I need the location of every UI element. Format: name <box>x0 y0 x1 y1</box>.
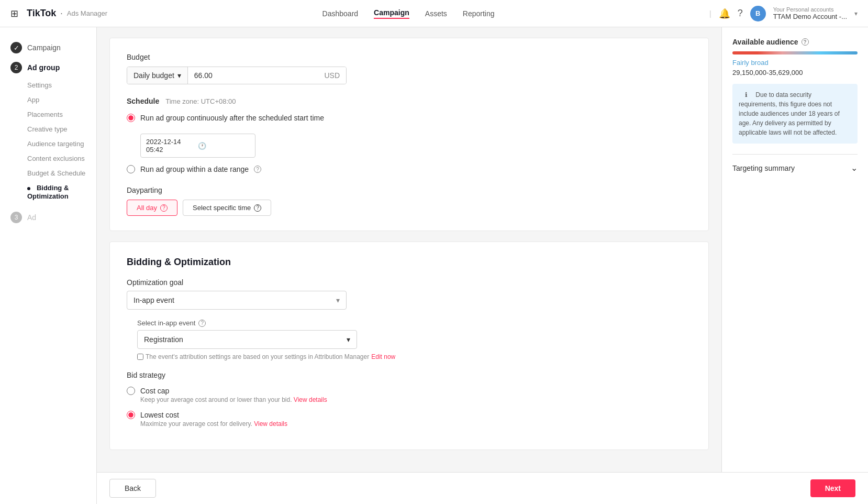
in-app-event-label: Select in-app event ? <box>137 319 692 327</box>
sidebar-sub-creative-type[interactable]: Creative type <box>0 122 96 136</box>
sidebar-sub-audience-targeting[interactable]: Audience targeting <box>0 136 96 151</box>
available-audience-title: Available audience ? <box>732 38 858 46</box>
bid-lowest-cost-desc: Maximize your average cost for delivery.… <box>127 420 692 428</box>
main-content: Budget Daily budget ▾ USD Schedule Time … <box>97 27 721 504</box>
nav-dashboard[interactable]: Dashboard <box>322 9 359 18</box>
bid-lowest-cost-radio-item[interactable]: Lowest cost <box>127 411 692 419</box>
sidebar-sub-bidding[interactable]: Bidding & Optimization <box>0 180 96 203</box>
bid-option-lowest-cost: Lowest cost Maximize your average cost f… <box>127 411 692 428</box>
sidebar-step-adgroup[interactable]: 2 Ad group <box>0 58 96 78</box>
right-panel: Available audience ? Fairly broad 29,150… <box>721 27 868 504</box>
bid-cost-cap-label: Cost cap <box>140 387 169 395</box>
sidebar-sub-placements[interactable]: Placements <box>0 107 96 122</box>
top-navigation: ⊞ TikTok · Ads Manager Dashboard Campaig… <box>0 0 868 27</box>
timezone-label: Time zone: UTC+08:00 <box>165 97 236 105</box>
schedule-option-continuous[interactable]: Run ad group continuously after the sche… <box>127 114 692 122</box>
daypart-specific-btn[interactable]: Select specific time ? <box>183 200 271 216</box>
avatar[interactable]: B <box>750 6 766 21</box>
sidebar-sub-content-exclusions[interactable]: Content exclusions <box>0 151 96 166</box>
notifications-icon[interactable]: 🔔 <box>719 8 730 19</box>
datetime-input[interactable]: 2022-12-14 05:42 🕐 <box>140 134 255 158</box>
bid-cost-cap-radio[interactable] <box>127 387 135 395</box>
sidebar-bidding-label: Bidding & Optimization <box>27 184 69 200</box>
account-name: TTAM Demo Account -... <box>773 13 847 20</box>
budget-type-select[interactable]: Daily budget ▾ <box>127 67 188 84</box>
cost-cap-view-details-link[interactable]: View details <box>294 396 327 403</box>
bid-lowest-cost-label: Lowest cost <box>140 411 179 419</box>
brand-name: TikTok <box>27 8 56 19</box>
sidebar-step-ad[interactable]: 3 Ad <box>0 207 96 227</box>
bid-lowest-cost-radio[interactable] <box>127 411 135 419</box>
schedule-help-icon[interactable]: ? <box>254 166 261 173</box>
step-num-adgroup: 2 <box>10 62 22 73</box>
account-label: Your Personal accounts <box>773 6 847 13</box>
targeting-summary[interactable]: Targeting summary ⌄ <box>732 154 858 173</box>
sidebar-sub-app[interactable]: App <box>0 92 96 107</box>
sidebar-audience-targeting-label: Audience targeting <box>27 140 84 148</box>
grid-icon[interactable]: ⊞ <box>10 8 18 19</box>
audience-notice: ℹ Due to data security requirements, thi… <box>732 84 858 144</box>
sidebar-campaign-label: Campaign <box>27 43 61 52</box>
in-app-help-icon[interactable]: ? <box>198 320 206 327</box>
schedule-radio-daterange[interactable] <box>127 165 135 173</box>
sidebar-ad-label: Ad <box>27 213 36 222</box>
nav-right: | 🔔 ? B Your Personal accounts TTAM Demo… <box>709 6 858 21</box>
daypart-allday-label: All day <box>137 204 157 212</box>
nav-assets[interactable]: Assets <box>425 9 447 18</box>
budget-row: Daily budget ▾ USD <box>127 67 347 84</box>
schedule-continuous-label: Run ad group continuously after the sche… <box>140 114 324 122</box>
sidebar-placements-label: Placements <box>27 111 63 118</box>
schedule-option-daterange[interactable]: Run ad group within a date range ? <box>127 165 692 173</box>
daypart-specific-help-icon[interactable]: ? <box>254 204 261 212</box>
datetime-value: 2022-12-14 05:42 <box>146 138 198 154</box>
in-app-event-value: Registration <box>144 335 183 344</box>
budget-currency: USD <box>318 67 346 84</box>
daypart-allday-help-icon[interactable]: ? <box>160 204 168 212</box>
optimization-goal-label: Optimization goal <box>127 278 692 287</box>
next-button[interactable]: Next <box>810 479 855 497</box>
daypart-allday-btn[interactable]: All day ? <box>127 200 177 216</box>
targeting-summary-label: Targeting summary <box>732 164 795 172</box>
budget-type-value: Daily budget <box>133 71 174 80</box>
sidebar: ✓ Campaign 2 Ad group Settings App Place… <box>0 27 97 504</box>
budget-label: Budget <box>127 53 692 61</box>
back-button[interactable]: Back <box>109 479 156 498</box>
audience-bar <box>732 51 858 54</box>
attribution-checkbox[interactable] <box>137 354 143 360</box>
daypart-specific-label: Select specific time <box>193 204 251 212</box>
account-dropdown-icon[interactable]: ▾ <box>854 10 858 17</box>
nav-divider: | <box>709 9 711 18</box>
audience-help-icon[interactable]: ? <box>802 38 809 46</box>
schedule-radio-continuous[interactable] <box>127 114 135 122</box>
step-num-ad: 3 <box>10 212 22 223</box>
brand-sub: Ads Manager <box>67 9 107 17</box>
audience-range: 29,150,000-35,629,000 <box>732 69 858 76</box>
edit-now-link[interactable]: Edit now <box>371 353 395 360</box>
bidding-card: Bidding & Optimization Optimization goal… <box>109 242 709 450</box>
sidebar-sub-budget-schedule[interactable]: Budget & Schedule <box>0 166 96 180</box>
sidebar-sub-settings[interactable]: Settings <box>0 78 96 92</box>
optimization-goal-value: In-app event <box>133 296 174 304</box>
in-app-event-select[interactable]: Registration ▾ <box>137 330 357 349</box>
nav-campaign[interactable]: Campaign <box>374 8 409 19</box>
clock-icon: 🕐 <box>198 142 250 150</box>
help-icon[interactable]: ? <box>738 8 743 19</box>
bottom-bar: Back Next <box>97 472 868 504</box>
nav-reporting[interactable]: Reporting <box>463 9 495 18</box>
in-app-chevron-icon: ▾ <box>347 335 350 344</box>
dayparting-label: Dayparting <box>127 186 692 194</box>
in-app-event-section: Select in-app event ? Registration ▾ The… <box>127 319 692 360</box>
optimization-goal-select[interactable]: In-app event ▾ <box>127 291 347 310</box>
budget-amount-input[interactable] <box>188 67 318 84</box>
account-info: Your Personal accounts TTAM Demo Account… <box>773 6 847 20</box>
sidebar-settings-label: Settings <box>27 81 52 89</box>
lowest-cost-view-details-link[interactable]: View details <box>254 420 287 428</box>
bid-strategy-label: Bid strategy <box>127 371 692 379</box>
targeting-summary-chevron-icon[interactable]: ⌄ <box>851 163 858 173</box>
attribution-note: The event's attribution settings are bas… <box>137 353 692 360</box>
bid-cost-cap-radio-item[interactable]: Cost cap <box>127 387 692 395</box>
sidebar-app-label: App <box>27 96 39 104</box>
sidebar-step-campaign[interactable]: ✓ Campaign <box>0 38 96 58</box>
budget-select-chevron: ▾ <box>177 71 181 80</box>
active-dot <box>27 187 30 190</box>
